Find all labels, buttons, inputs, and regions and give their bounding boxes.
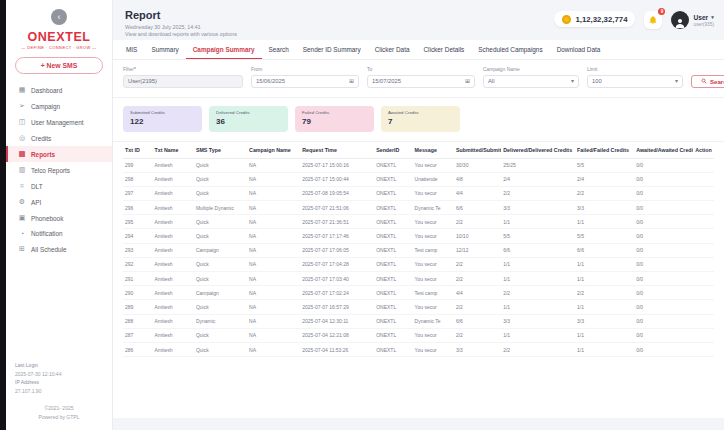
cell-awaited: 0/0 (634, 172, 693, 186)
limit-select[interactable]: 100 ▾ (587, 75, 683, 88)
cell-request-time: 2025-07-07 21:51:06 (300, 201, 374, 215)
cell-txt-id: 286 (123, 342, 153, 356)
sidebar-item[interactable]: ▣ Phonebook (6, 210, 112, 226)
cell-failed: 2/4 (575, 172, 634, 186)
cell-delivered: 2/4 (501, 172, 575, 186)
cell-request-time: 2025-07-04 11:53:26 (300, 342, 374, 356)
sidebar-item-label: Notification (31, 230, 63, 237)
report-tab[interactable]: Download Data (550, 40, 608, 59)
report-tab[interactable]: Search (262, 40, 296, 59)
cell-action (693, 257, 714, 271)
sidebar-item[interactable]: ▤ Reports (6, 146, 112, 162)
header-subtitle: View and download reports with various o… (125, 31, 712, 37)
cell-sender-id: ONEXTL (374, 328, 412, 342)
header-actions: 1,12,32,32,774 9 User ▾ (554, 11, 714, 29)
cell-message: Dynamic Te (413, 201, 454, 215)
report-tab[interactable]: Campaign Summary (186, 40, 262, 59)
cell-txt-id: 295 (123, 215, 153, 229)
sidebar-item-label: Dashboard (31, 87, 62, 94)
sidebar-item[interactable]: ➢ Campaign (6, 98, 112, 114)
sidebar-menu: ▦ Dashboard ➢ Campaign ◫ User Management… (6, 82, 112, 257)
report-table: Txt ID Txt Name SMS Type Campaign Name R… (123, 143, 714, 358)
table-row: 286 Amitesh Quick NA 2025-07-04 11:53:26… (123, 342, 714, 356)
coin-icon (562, 15, 571, 24)
campaign-name-select[interactable]: All ▾ (483, 75, 579, 88)
cell-txt-name: Amitesh (153, 328, 194, 342)
cell-delivered: 5/5 (501, 229, 575, 243)
sidebar-item[interactable]: ▦ Dashboard (6, 82, 112, 98)
report-tab[interactable]: MIS (119, 40, 144, 59)
search-button[interactable]: Search (691, 75, 724, 88)
table-row: 288 Amitesh Dynamic NA 2025-07-04 12:30:… (123, 314, 714, 328)
cell-awaited: 0/0 (634, 328, 693, 342)
cell-txt-name: Amitesh (153, 229, 194, 243)
to-date-input[interactable]: 15/07/2025 ⊞ (367, 75, 475, 88)
sidebar-item[interactable]: ◎ Credits (6, 130, 112, 146)
cell-awaited: 0/0 (634, 286, 693, 300)
filter-bar: Filter* User(2195) From 15/06/2025 ⊞ To … (113, 60, 724, 98)
cell-awaited: 0/0 (634, 158, 693, 172)
cell-sender-id: ONEXTL (374, 257, 412, 271)
sidebar-collapse-button[interactable]: ‹ (51, 9, 67, 25)
report-tab[interactable]: Clicker Details (416, 40, 471, 59)
from-field-label: From (251, 67, 359, 72)
new-sms-button[interactable]: + New SMS (15, 57, 103, 74)
report-tab[interactable]: Clicker Data (368, 40, 417, 59)
sidebar-item[interactable]: ⊞ All Schedule (6, 241, 112, 257)
col-sms-type: SMS Type (194, 143, 247, 159)
cell-sender-id: ONEXTL (374, 342, 412, 356)
report-tab[interactable]: Scheduled Campaigns (471, 40, 549, 59)
cell-campaign-name: NA (247, 186, 300, 200)
report-tab-label: MIS (126, 46, 137, 53)
cell-message: You secur (413, 257, 454, 271)
cell-txt-name: Amitesh (153, 257, 194, 271)
calendar-icon: ⊞ (349, 78, 354, 84)
sidebar-item[interactable]: ◔ Notification (6, 226, 112, 241)
cell-action (693, 300, 714, 314)
cell-sender-id: ONEXTL (374, 158, 412, 172)
cell-submitted: 10/10 (454, 229, 501, 243)
report-tab[interactable]: Sender ID Summary (296, 40, 368, 59)
bell-icon (648, 15, 658, 25)
cell-sms-type: Quick (194, 229, 247, 243)
cell-request-time: 2025-07-07 17:04:28 (300, 257, 374, 271)
sidebar-item[interactable]: ◫ User Management (6, 114, 112, 130)
credits-balance-pill[interactable]: 1,12,32,32,774 (554, 11, 635, 27)
sidebar-item[interactable]: ▥ Telco Reports (6, 162, 112, 178)
cell-message: You secur (413, 186, 454, 200)
cell-message: Unattende (413, 172, 454, 186)
chevron-down-icon: ▾ (711, 14, 714, 20)
cell-submitted: 6/6 (454, 201, 501, 215)
cell-campaign-name: NA (247, 286, 300, 300)
chevron-down-icon: ▾ (571, 78, 574, 84)
cell-message: You secur (413, 229, 454, 243)
from-date-input[interactable]: 15/06/2025 ⊞ (251, 75, 359, 88)
cell-delivered: 25/25 (501, 158, 575, 172)
cell-txt-name: Amitesh (153, 286, 194, 300)
table-row: 295 Amitesh Quick NA 2025-07-07 21:36:51… (123, 215, 714, 229)
powered-by-text: Powered by GTPL (15, 413, 103, 422)
cell-submitted: 2/2 (454, 300, 501, 314)
cell-action (693, 158, 714, 172)
cell-delivered: 3/3 (501, 314, 575, 328)
summary-card-label: Failed Credits (302, 110, 367, 115)
cell-action (693, 272, 714, 286)
cell-submitted: 2/2 (454, 328, 501, 342)
filter-input[interactable]: User(2195) (123, 75, 243, 88)
cell-failed: 5/5 (575, 158, 634, 172)
brand-logo: ONEXTEL (6, 30, 112, 44)
sidebar-item-label: Credits (31, 135, 51, 142)
cell-failed: 1/1 (575, 215, 634, 229)
cell-txt-id: 296 (123, 201, 153, 215)
cell-delivered: 1/1 (501, 300, 575, 314)
user-menu[interactable]: User ▾ user(935) (671, 11, 714, 29)
notification-bell-button[interactable]: 9 (644, 11, 662, 29)
cell-sms-type: Quick (194, 328, 247, 342)
cell-message: You secur (413, 328, 454, 342)
sidebar-item[interactable]: ⌗ DLT (6, 178, 112, 194)
sidebar-item[interactable]: ⚙ API (6, 194, 112, 210)
col-txt-name: Txt Name (153, 143, 194, 159)
cell-txt-name: Amitesh (153, 300, 194, 314)
cell-txt-name: Amitesh (153, 172, 194, 186)
report-tab[interactable]: Summary (144, 40, 185, 59)
